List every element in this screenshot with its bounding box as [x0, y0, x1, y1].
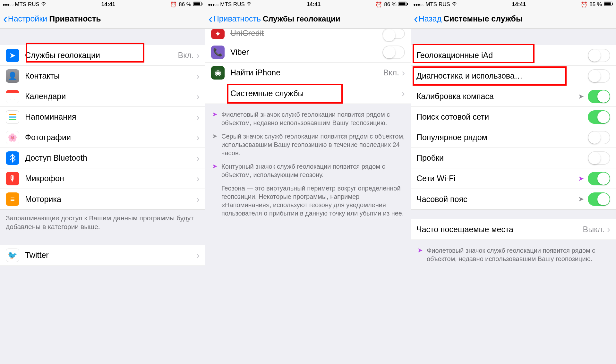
location-arrow-purple-icon: ➤ — [578, 174, 584, 183]
row-motion[interactable]: ≡ Моторика › — [0, 189, 205, 209]
twitter-icon: 🐦 — [6, 249, 19, 262]
toggle-switch[interactable] — [588, 69, 610, 83]
location-arrow-gray-icon: ➤ — [211, 132, 218, 157]
back-button[interactable]: ‹ Настройки — [3, 13, 47, 25]
wifi-icon — [41, 1, 47, 8]
svg-rect-1 — [193, 3, 200, 5]
chevron-left-icon: ‹ — [414, 13, 418, 25]
info-outline: ➤ Контурный значок служб геолокации появ… — [205, 160, 411, 182]
signal-dots: ●●●○○ — [413, 2, 424, 7]
alarm-icon: ⏰ — [581, 1, 587, 8]
nav-bar: ‹ Приватность Службы геолокации — [205, 9, 411, 29]
content-area: ➤ Службы геолокации Вкл. › 👤 Контакты › … — [0, 29, 205, 364]
row-popular-nearby[interactable]: Популярное рядом — [411, 127, 616, 148]
screen-location-services: ●●●○○ MTS RUS 14:41 ⏰ 86 % ‹ Приватность… — [205, 0, 411, 364]
back-button[interactable]: ‹ Назад — [414, 13, 441, 25]
content-area: ✦ UniCredit 📞 Viber ◉ Найти iPhone Вкл. … — [205, 29, 411, 364]
chevron-right-icon: › — [196, 250, 200, 261]
svg-rect-8 — [612, 3, 613, 5]
chevron-right-icon: › — [196, 194, 200, 205]
status-bar: ●●●○○ MTS RUS 14:41 ⏰ 86 % — [205, 0, 411, 9]
toggle-switch[interactable] — [588, 49, 610, 62]
nav-bar: ‹ Настройки Приватность — [0, 9, 205, 29]
signal-dots: ●●●○○ — [3, 2, 13, 7]
toggle-switch[interactable] — [588, 110, 610, 124]
viber-icon: 📞 — [211, 46, 225, 59]
row-wifi-networks[interactable]: Сети Wi-Fi ➤ — [411, 168, 616, 189]
location-arrow-gray-icon: ➤ — [578, 92, 584, 101]
chevron-right-icon: › — [607, 224, 610, 235]
row-calendars[interactable]: ⋮⋮ Календари › — [0, 86, 205, 107]
chevron-right-icon: › — [196, 132, 200, 143]
chevron-left-icon: ‹ — [3, 13, 7, 25]
location-arrow-outline-icon: ➤ — [211, 162, 218, 179]
status-bar: ●●●○○ MTS RUS 14:41 ⏰ 85 % — [411, 0, 616, 9]
chevron-right-icon: › — [196, 173, 200, 184]
status-bar: ●●●○○ MTS RUS 14:41 ⏰ 86 % — [0, 0, 205, 9]
location-arrow-purple-icon: ➤ — [211, 110, 218, 127]
signal-dots: ●●●○○ — [208, 2, 219, 7]
page-title: Системные службы — [443, 14, 523, 23]
row-traffic[interactable]: Пробки — [411, 148, 616, 168]
toggle-switch[interactable] — [382, 29, 405, 39]
info-geofence: Геозона — это виртуальный периметр вокру… — [205, 182, 411, 220]
row-timezone[interactable]: Часовой пояс ➤ — [411, 189, 616, 209]
reminders-icon — [6, 110, 19, 124]
row-compass[interactable]: Калибровка компаса ➤ — [411, 86, 616, 107]
battery-label: 85 % — [589, 1, 602, 8]
row-location-services[interactable]: ➤ Службы геолокации Вкл. › — [0, 45, 205, 66]
photos-icon: 🌸 — [6, 131, 19, 144]
row-reminders[interactable]: Напоминания › — [0, 107, 205, 127]
row-twitter[interactable]: 🐦 Twitter › — [0, 245, 205, 266]
toggle-switch[interactable] — [588, 172, 610, 185]
row-photos[interactable]: 🌸 Фотографии › — [0, 127, 205, 148]
row-microphone[interactable]: 🎙 Микрофон › — [0, 168, 205, 189]
row-frequent-locations[interactable]: Часто посещаемые места Выкл. › — [411, 219, 616, 240]
toggle-switch[interactable] — [588, 151, 610, 165]
location-arrow-purple-icon: ➤ — [416, 246, 424, 263]
content-area: Геолокационные iAd Диагностика и использ… — [411, 29, 616, 364]
contacts-icon: 👤 — [6, 69, 19, 83]
unicredit-icon: ✦ — [211, 29, 225, 39]
row-diagnostics[interactable]: Диагностика и использова… — [411, 66, 616, 86]
time-label: 14:41 — [307, 1, 321, 8]
chevron-right-icon: › — [196, 91, 200, 102]
row-bluetooth[interactable]: Доступ Bluetooth › — [0, 148, 205, 168]
chevron-right-icon: › — [402, 67, 405, 78]
row-contacts[interactable]: 👤 Контакты › — [0, 66, 205, 86]
row-cell-search[interactable]: Поиск сотовой сети — [411, 107, 616, 127]
battery-icon — [193, 1, 203, 8]
location-icon: ➤ — [6, 49, 19, 62]
row-unicredit-partial[interactable]: ✦ UniCredit — [205, 29, 411, 42]
chevron-left-icon: ‹ — [209, 13, 213, 25]
wifi-icon — [246, 1, 252, 8]
svg-rect-4 — [399, 3, 405, 5]
bluetooth-icon — [6, 151, 19, 165]
row-system-services[interactable]: Системные службы › — [205, 83, 411, 104]
row-find-iphone[interactable]: ◉ Найти iPhone Вкл. › — [205, 63, 411, 83]
info-purple: ➤ Фиолетовый значок служб геолокации поя… — [205, 108, 411, 130]
toggle-switch[interactable] — [588, 131, 610, 144]
carrier-label: MTS RUS — [425, 1, 450, 8]
toggle-switch[interactable] — [588, 90, 610, 103]
carrier-label: MTS RUS — [15, 1, 39, 8]
svg-rect-5 — [407, 3, 408, 5]
row-iad[interactable]: Геолокационные iAd — [411, 45, 616, 66]
time-label: 14:41 — [512, 1, 526, 8]
screen-privacy: ●●●○○ MTS RUS 14:41 ⏰ 86 % ‹ Настройки П… — [0, 0, 205, 364]
findmy-icon: ◉ — [211, 66, 225, 80]
battery-icon — [604, 1, 613, 8]
toggle-switch[interactable] — [382, 46, 405, 59]
wifi-icon — [451, 1, 457, 8]
info-purple: ➤ Фиолетовый значок служб геолокации поя… — [411, 244, 616, 266]
battery-label: 86 % — [179, 1, 191, 8]
alarm-icon: ⏰ — [375, 1, 382, 8]
back-button[interactable]: ‹ Приватность — [209, 13, 261, 25]
row-viber[interactable]: 📞 Viber — [205, 42, 411, 63]
toggle-switch[interactable] — [588, 192, 610, 206]
chevron-right-icon: › — [402, 88, 405, 99]
battery-label: 86 % — [384, 1, 397, 8]
motion-icon: ≡ — [6, 192, 19, 206]
chevron-right-icon: › — [196, 71, 200, 81]
footer-text: Запрашивающие доступ к Вашим данным прог… — [0, 210, 205, 235]
